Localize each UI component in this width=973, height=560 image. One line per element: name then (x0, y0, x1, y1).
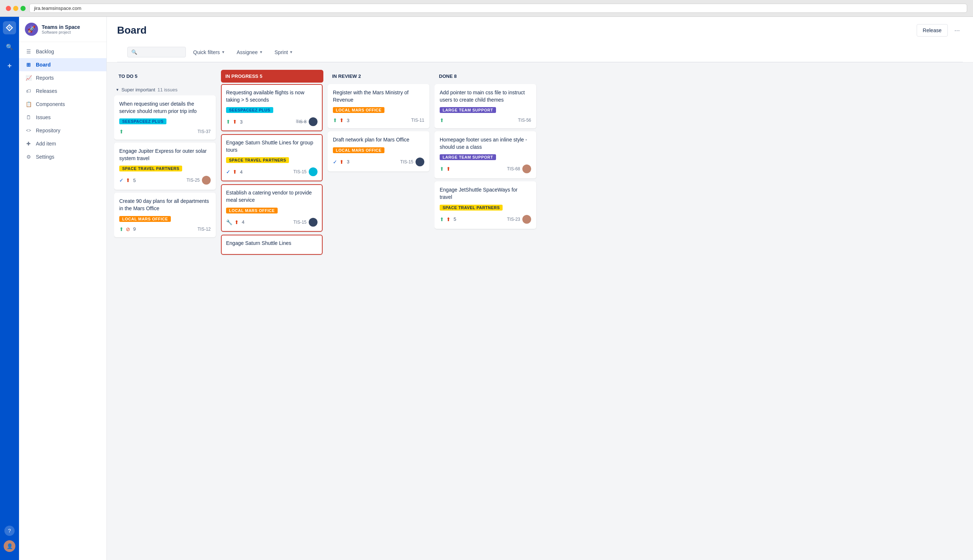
assignee-avatar (309, 117, 318, 126)
story-icon: ⬆ (440, 166, 444, 172)
assignee-avatar (522, 215, 531, 224)
components-icon: 📋 (25, 101, 32, 107)
in-progress-cards: Requesting available flights is now taki… (221, 84, 323, 553)
priority-icon: ⬆ (126, 177, 130, 183)
dot-red[interactable] (6, 6, 11, 11)
assignee-chevron: ▼ (259, 50, 263, 54)
card-tis-12[interactable]: Create 90 day plans for all departments … (114, 193, 216, 237)
card-tis-68[interactable]: Homepage footer uses an inline style - s… (435, 131, 536, 178)
sidebar-item-reports[interactable]: 📈 Reports (19, 71, 107, 85)
card-tis-37[interactable]: When requesting user details the service… (114, 95, 216, 140)
card-footer: ⬆ ⬆ TIS-68 (440, 165, 531, 173)
column-header-in-review: IN REVIEW 2 (328, 70, 430, 83)
add-item-label: Add item (36, 141, 56, 147)
story-points: 3 (347, 159, 349, 165)
card-footer: ⬆ TIS-56 (440, 117, 531, 123)
card-tis-8[interactable]: Requesting available flights is now taki… (221, 84, 323, 131)
sprint-chevron: ▼ (289, 50, 293, 54)
card-title: Establish a catering vendor to provide m… (226, 189, 318, 203)
card-title: Engage JetShuttle SpaceWays for travel (440, 187, 531, 201)
card-tag: LARGE TEAM SUPPORT (440, 107, 496, 113)
more-options-button[interactable]: ··· (951, 25, 963, 36)
card-tis-15b[interactable]: Establish a catering vendor to provide m… (221, 184, 323, 232)
sidebar-item-repository[interactable]: <> Repository (19, 124, 107, 137)
card-tis-23[interactable]: Engage JetShuttle SpaceWays for travel S… (435, 181, 536, 228)
help-icon[interactable]: ? (4, 526, 15, 536)
done-label: DONE 8 (439, 73, 456, 79)
sidebar-item-add-item[interactable]: ✚ Add item (19, 137, 107, 150)
card-title: Register with the Mars Ministry of Reven… (333, 89, 424, 103)
project-avatar: 🚀 (25, 23, 38, 36)
card-tag: LOCAL MARS OFFICE (119, 216, 171, 222)
card-footer: ⬆ ⬆ 3 TIS-11 (333, 117, 424, 123)
card-tis-56[interactable]: Add pointer to main css file to instruct… (435, 84, 536, 128)
story-points: 4 (240, 169, 242, 175)
project-type: Software project (42, 30, 80, 34)
sidebar-item-board[interactable]: ⊞ Board (19, 58, 107, 71)
card-tis-15-review[interactable]: Draft network plan for Mars Office LOCAL… (328, 131, 430, 172)
release-button[interactable]: Release (917, 24, 948, 37)
column-header-todo: TO DO 5 (114, 70, 217, 83)
check-icon: ✓ (333, 159, 337, 165)
sidebar-item-issues[interactable]: 🗒 Issues (19, 111, 107, 124)
assignee-filter-button[interactable]: Assignee ▼ (232, 47, 267, 57)
card-tis-15a[interactable]: Engage Saturn Shuttle Lines for group to… (221, 134, 323, 181)
create-rail-icon[interactable]: + (3, 59, 16, 72)
story-points: 5 (133, 178, 136, 183)
board-content: TO DO 5 ▼ Super important 11 issues When… (107, 63, 973, 560)
wrench-icon: 🔧 (226, 219, 232, 225)
check-icon: ✓ (119, 177, 124, 183)
card-id: TIS-25 (187, 178, 200, 183)
card-id: TIS-23 (507, 217, 520, 222)
sidebar-item-releases[interactable]: 🏷 Releases (19, 85, 107, 98)
search-icon: 🔍 (131, 49, 137, 55)
card-title: Create 90 day plans for all departments … (119, 198, 211, 212)
board-icon: ⊞ (25, 62, 32, 68)
jira-logo[interactable] (3, 21, 16, 34)
sprint-label: Sprint (275, 49, 288, 55)
url-bar[interactable]: jira.teamsinspace.com (29, 4, 967, 13)
card-tis-25[interactable]: Engage Jupiter Express for outer solar s… (114, 143, 216, 190)
filters-bar: 🔍 Quick filters ▼ Assignee ▼ Sprint ▼ (117, 42, 963, 62)
quick-filters-button[interactable]: Quick filters ▼ (189, 47, 229, 57)
block-icon: ⊘ (126, 226, 130, 232)
sidebar-item-settings[interactable]: ⚙ Settings (19, 150, 107, 163)
header-actions: Release ··· (917, 24, 963, 37)
releases-label: Releases (36, 88, 57, 94)
column-header-done: DONE 8 (435, 70, 537, 83)
in-progress-label: IN PROGRESS 5 (225, 73, 262, 79)
card-tis-15c[interactable]: Engage Saturn Shuttle Lines (221, 235, 323, 255)
todo-cards: When requesting user details the service… (114, 95, 217, 553)
card-title: Homepage footer uses an inline style - s… (440, 136, 531, 151)
search-rail-icon[interactable]: 🔍 (3, 40, 16, 53)
priority-icon: ⬆ (446, 217, 451, 222)
board-header: Board Release ··· 🔍 Quick filters ▼ Assi… (107, 17, 973, 63)
project-name: Teams in Space (42, 24, 80, 30)
card-footer: ✓ ⬆ 4 TIS-15 (226, 167, 318, 176)
releases-icon: 🏷 (25, 88, 32, 94)
sidebar: 🚀 Teams in Space Software project ☰ Back… (19, 17, 107, 560)
board-label: Board (36, 62, 50, 68)
story-points: 9 (133, 226, 136, 232)
dot-yellow[interactable] (13, 6, 18, 11)
sprint-filter-button[interactable]: Sprint ▼ (270, 47, 298, 57)
in-review-label: IN REVIEW 2 (332, 73, 361, 79)
priority-icon: ⬆ (446, 166, 451, 172)
group-label: Super important (122, 87, 155, 92)
dot-green[interactable] (20, 6, 26, 11)
user-avatar-rail[interactable]: 👤 (4, 540, 15, 552)
in-review-cards: Register with the Mars Ministry of Reven… (328, 84, 430, 553)
group-super-important[interactable]: ▼ Super important 11 issues (114, 84, 217, 95)
card-tag: SEESPACEEZ PLUS (226, 107, 273, 113)
card-tag: LARGE TEAM SUPPORT (440, 154, 496, 160)
sidebar-item-components[interactable]: 📋 Components (19, 98, 107, 111)
sidebar-item-backlog[interactable]: ☰ Backlog (19, 45, 107, 58)
story-points: 3 (240, 119, 242, 125)
card-tis-11[interactable]: Register with the Mars Ministry of Reven… (328, 84, 430, 128)
search-box[interactable]: 🔍 (127, 47, 186, 57)
story-icon: ⬆ (333, 117, 337, 123)
priority-icon: ⬆ (232, 119, 237, 125)
card-title: Engage Saturn Shuttle Lines for group to… (226, 139, 318, 153)
components-label: Components (36, 101, 65, 107)
card-id: TIS-56 (518, 118, 531, 123)
